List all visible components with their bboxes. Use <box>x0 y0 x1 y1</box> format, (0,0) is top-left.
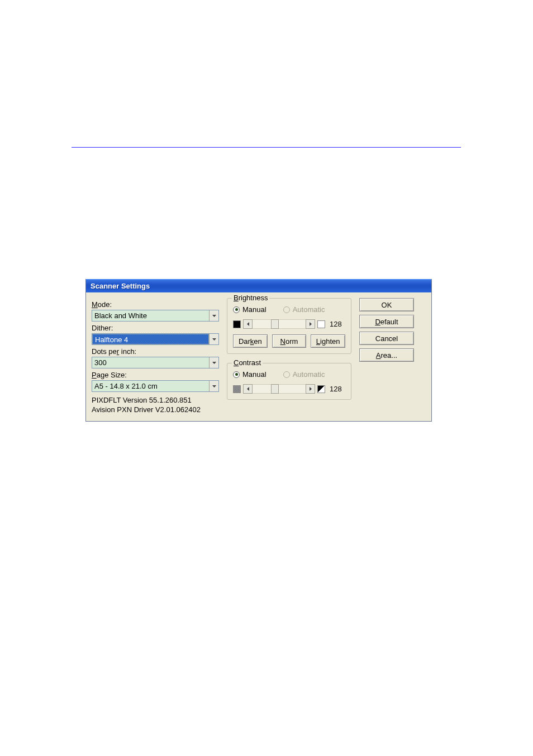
brightness-value: 128 <box>330 320 345 328</box>
mode-label: Mode: <box>92 300 219 309</box>
slider-thumb[interactable] <box>271 319 279 329</box>
svg-marker-0 <box>212 315 216 317</box>
contrast-slider[interactable] <box>243 384 315 394</box>
brightness-group: Brightness Manual Automatic <box>227 298 351 354</box>
default-button[interactable]: Default <box>359 315 414 328</box>
radio-icon <box>283 371 290 378</box>
light-swatch-icon <box>317 320 325 328</box>
svg-marker-4 <box>247 322 249 326</box>
ok-button[interactable]: OK <box>359 298 414 311</box>
arrow-right-icon[interactable] <box>306 384 315 394</box>
chevron-down-icon[interactable] <box>209 381 218 391</box>
dpi-combo[interactable]: 300 <box>92 357 219 368</box>
scanner-settings-dialog: Scanner Settings Mode: Black and White D… <box>85 279 432 422</box>
dark-swatch-icon <box>233 320 241 328</box>
mode-combo[interactable]: Black and White <box>92 310 219 322</box>
dialog-body: Mode: Black and White Dither: Halftone 4… <box>86 292 431 421</box>
svg-marker-7 <box>310 387 312 391</box>
svg-marker-1 <box>212 338 216 341</box>
title-bar: Scanner Settings <box>86 279 431 292</box>
svg-marker-6 <box>247 387 249 391</box>
contrast-group: Contrast Manual Automatic <box>227 363 351 400</box>
norm-button[interactable]: Norm <box>272 334 307 348</box>
version-info: PIXDFLT Version 55.1.260.851 Avision PXN… <box>92 395 219 414</box>
slider-track[interactable] <box>253 384 306 394</box>
high-contrast-swatch-icon <box>317 385 325 393</box>
slider-track[interactable] <box>253 319 306 329</box>
brightness-automatic-radio: Automatic <box>283 305 325 314</box>
contrast-title: Contrast <box>232 358 263 367</box>
dpi-label: Dots per inch: <box>92 347 219 356</box>
arrow-left-icon[interactable] <box>243 319 253 329</box>
dpi-value: 300 <box>92 357 209 368</box>
cancel-button[interactable]: Cancel <box>359 332 414 345</box>
left-column: Mode: Black and White Dither: Halftone 4… <box>92 298 219 414</box>
mode-value: Black and White <box>92 310 209 321</box>
brightness-slider-row: 128 <box>233 319 345 329</box>
radio-icon <box>233 306 240 313</box>
page-size-combo[interactable]: A5 - 14.8 x 21.0 cm <box>92 380 219 392</box>
chevron-down-icon[interactable] <box>209 334 218 344</box>
svg-marker-5 <box>310 322 312 326</box>
contrast-radio-row: Manual Automatic <box>233 370 345 379</box>
area-button[interactable]: Area... <box>359 348 414 362</box>
contrast-slider-row: 128 <box>233 384 345 394</box>
brightness-manual-radio[interactable]: Manual <box>233 305 266 314</box>
dither-value: Halftone 4 <box>92 334 209 344</box>
contrast-automatic-radio: Automatic <box>283 370 325 379</box>
dither-label: Dither: <box>92 324 219 332</box>
svg-marker-3 <box>212 385 216 388</box>
brightness-radio-row: Manual Automatic <box>233 305 345 314</box>
contrast-manual-radio[interactable]: Manual <box>233 370 266 379</box>
svg-marker-2 <box>212 362 216 364</box>
brightness-slider[interactable] <box>243 319 315 329</box>
dither-combo[interactable]: Halftone 4 <box>92 333 219 345</box>
radio-icon <box>283 306 290 313</box>
arrow-right-icon[interactable] <box>306 319 315 329</box>
darken-button[interactable]: Darken <box>233 334 268 348</box>
chevron-down-icon[interactable] <box>209 310 218 321</box>
page-size-label: Page Size: <box>92 371 219 379</box>
window-title: Scanner Settings <box>91 282 150 290</box>
brightness-title: Brightness <box>232 294 269 302</box>
low-contrast-swatch-icon <box>233 385 241 393</box>
slider-thumb[interactable] <box>271 384 279 394</box>
lighten-button[interactable]: Lighten <box>311 334 345 348</box>
contrast-value: 128 <box>330 385 345 393</box>
page-size-value: A5 - 14.8 x 21.0 cm <box>92 381 209 391</box>
driver-version: Avision PXN Driver V2.01.062402 <box>92 405 219 414</box>
middle-column: Brightness Manual Automatic <box>227 298 351 400</box>
radio-icon <box>233 371 240 378</box>
arrow-left-icon[interactable] <box>243 384 253 394</box>
pixdflt-version: PIXDFLT Version 55.1.260.851 <box>92 395 219 405</box>
right-column: OK Default Cancel Area... <box>359 298 415 365</box>
horizontal-rule <box>72 147 461 148</box>
brightness-presets: Darken Norm Lighten <box>233 334 345 348</box>
chevron-down-icon[interactable] <box>209 357 218 368</box>
